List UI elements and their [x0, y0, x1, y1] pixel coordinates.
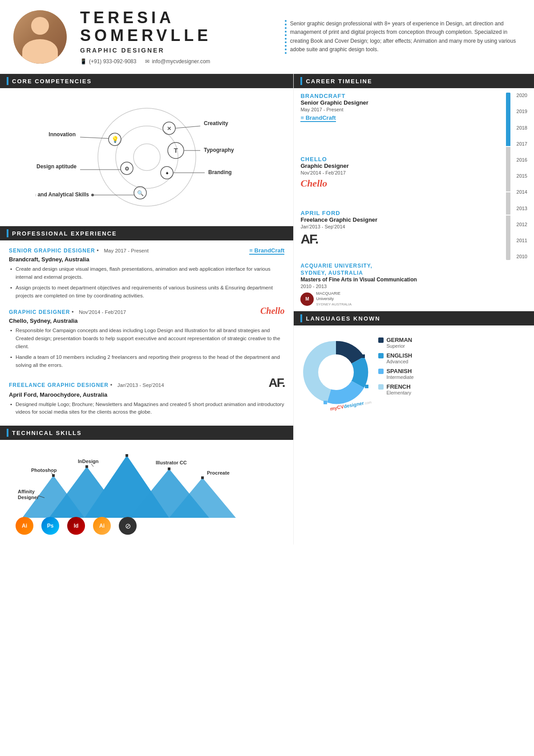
- section-bar-icon-4: [300, 77, 302, 85]
- job2-logo: Chello: [260, 306, 284, 316]
- left-column: CORE COMPETENCIES 💡 ✕: [0, 74, 293, 545]
- lang-spanish: SPANISH Intermediate: [378, 368, 527, 380]
- timeline-company-2: CHELLO: [300, 156, 499, 163]
- languages-pie-chart: myCVdesigner.com: [300, 337, 372, 408]
- timeline-brandcraft: BRANDCRAFT Senior Graphic Designer May 2…: [300, 93, 499, 126]
- svg-point-0: [98, 108, 196, 206]
- main-content: CORE COMPETENCIES 💡 ✕: [0, 74, 534, 545]
- svg-rect-50: [324, 401, 327, 404]
- job1-logo: ≡ BrandCraft: [249, 247, 284, 255]
- career-timeline-title: CAREER TIMELINE: [306, 78, 372, 85]
- tech-skills-header: TECHNICAL SKILLS: [0, 426, 293, 440]
- timeline-logo-3: AF.: [300, 232, 499, 247]
- svg-rect-34: [85, 465, 88, 468]
- job3-logo: AF.: [268, 376, 284, 390]
- svg-point-47: [318, 354, 354, 390]
- email-icon: ✉: [145, 58, 150, 65]
- indesign-icon-label: Id: [74, 523, 79, 529]
- photoshop-icon: Ps: [41, 517, 59, 535]
- email-address: info@mycvdesigner.com: [152, 58, 210, 65]
- mountain-svg: Photoshop InDesign Illustrator CC Affini…: [9, 449, 240, 520]
- header-section: TERESIA SOMERVLLE GRAPHIC DESIGNER 📱 (+9…: [0, 0, 534, 74]
- job-title: GRAPHIC DESIGNER: [80, 47, 272, 54]
- job2-company: Chello, Sydney, Australia: [9, 317, 284, 324]
- bar-chello: [506, 147, 510, 191]
- languages-header: LANGUAGES KNOWN: [294, 311, 534, 325]
- bullet-separator: •: [97, 247, 100, 254]
- lang-chart-container: myCVdesigner.com GERMAN Superior: [300, 337, 527, 408]
- svg-rect-49: [365, 385, 368, 388]
- timeline-chello: CHELLO Graphic Designer Nov'2014 - Feb'2…: [300, 156, 499, 193]
- section-bar-icon: [7, 77, 8, 85]
- timeline-role-2: Graphic Designer: [300, 163, 499, 169]
- bullet-separator-3: •: [110, 382, 114, 388]
- year-2012: 2012: [517, 222, 527, 227]
- year-2020: 2020: [517, 93, 527, 98]
- german-level: Superior: [386, 343, 412, 349]
- svg-text:Research and Analytical Skills: Research and Analytical Skills: [36, 191, 89, 198]
- svg-rect-35: [125, 454, 128, 457]
- phone-number: (+91) 933-092-9083: [89, 58, 136, 65]
- header-summary: Senior graphic design professional with …: [290, 20, 521, 54]
- timeline-dates-1: May 2017 - Present: [300, 107, 499, 112]
- job2-bullet-2: Handle a team of 10 members including 2 …: [9, 354, 284, 370]
- core-competencies-title: CORE COMPETENCIES: [12, 78, 92, 85]
- job2-role: GRAPHIC DESIGNER: [9, 309, 70, 315]
- competency-diagram: 💡 ✕ T ⚙ ✦ 🔍: [9, 95, 284, 219]
- timeline-company-3: APRIL FORD: [300, 210, 499, 216]
- job2-date: Nov'2014 - Feb'2017: [79, 309, 126, 315]
- french-level: Elementary: [386, 390, 411, 395]
- svg-line-16: [175, 126, 200, 128]
- skills-section: Photoshop InDesign Illustrator CC Affini…: [0, 440, 293, 536]
- pie-svg: [300, 337, 372, 408]
- year-2017: 2017: [517, 141, 527, 146]
- svg-line-15: [80, 137, 109, 138]
- svg-line-46: [91, 464, 93, 467]
- timeline-entries: BRANDCRAFT Senior Graphic Designer May 2…: [300, 93, 499, 307]
- section-bar-icon-2: [7, 229, 8, 237]
- job1-bullets: Create and design unique visual images, …: [9, 265, 284, 300]
- indesign-icon: Id: [67, 517, 85, 535]
- svg-text:Branding: Branding: [208, 169, 232, 175]
- prof-exp-title: PROFESSIONAL EXPERIENCE: [12, 230, 117, 237]
- language-list: GERMAN Superior ENGLISH Advanced: [378, 337, 527, 399]
- spanish-dot: [378, 369, 384, 374]
- svg-rect-51: [306, 379, 309, 382]
- timeline-bars: [504, 93, 512, 307]
- lang-english: ENGLISH Advanced: [378, 352, 527, 364]
- prof-exp-section: SENIOR GRAPHIC DESIGNER • May 2017 - Pre…: [0, 240, 293, 426]
- svg-rect-48: [361, 354, 365, 358]
- mountain-chart: Photoshop InDesign Illustrator CC Affini…: [9, 449, 284, 529]
- career-timeline-section: BRANDCRAFT Senior Graphic Designer May 2…: [294, 88, 534, 307]
- illustrator-icon: Ai: [16, 517, 33, 535]
- job1-company: Brandcraft, Sydney, Australia: [9, 256, 284, 263]
- timeline-dates-3: Jan'2013 - Sep'2014: [300, 224, 499, 229]
- prof-exp-header: PROFESSIONAL EXPERIENCE: [0, 226, 293, 240]
- ai-icon-label: Ai: [99, 523, 105, 529]
- german-dot: [378, 337, 384, 343]
- contact-info: 📱 (+91) 933-092-9083 ✉ info@mycvdesigner…: [80, 58, 272, 65]
- languages-section: myCVdesigner.com GERMAN Superior: [294, 325, 534, 415]
- svg-text:Photoshop: Photoshop: [31, 467, 57, 473]
- job2-bullet-1: Responsible for Campaign concepts and id…: [9, 327, 284, 350]
- svg-text:T: T: [174, 146, 178, 154]
- competencies-section: 💡 ✕ T ⚙ ✦ 🔍: [0, 88, 293, 226]
- job1-bullet-2: Assign projects to meet department objec…: [9, 284, 284, 300]
- ai-icon: Ai: [93, 517, 111, 535]
- phone-icon: 📱: [80, 58, 87, 65]
- lang-french: FRENCH Elementary: [378, 383, 527, 395]
- german-name: GERMAN: [386, 337, 412, 343]
- header-divider: [281, 16, 290, 58]
- email-contact: ✉ info@mycvdesigner.com: [145, 58, 210, 65]
- svg-text:Affinity: Affinity: [18, 489, 35, 494]
- english-dot: [378, 353, 384, 358]
- english-name: ENGLISH: [386, 352, 412, 359]
- svg-text:Illustrator CC: Illustrator CC: [156, 460, 187, 465]
- timeline-aprilford: APRIL FORD Freelance Graphic Designer Ja…: [300, 210, 499, 250]
- last-name: SOMERVLLE: [80, 27, 272, 45]
- svg-text:Design aptitude: Design aptitude: [36, 163, 77, 170]
- timeline-university: ACQUARIE UNIVERSITY,SYDNEY, AUSTRALIA Ma…: [300, 263, 499, 307]
- job3-role: FREELANCE GRAPHIC DESIGNER: [9, 382, 109, 388]
- svg-text:Designer: Designer: [18, 495, 39, 500]
- svg-rect-36: [168, 467, 170, 470]
